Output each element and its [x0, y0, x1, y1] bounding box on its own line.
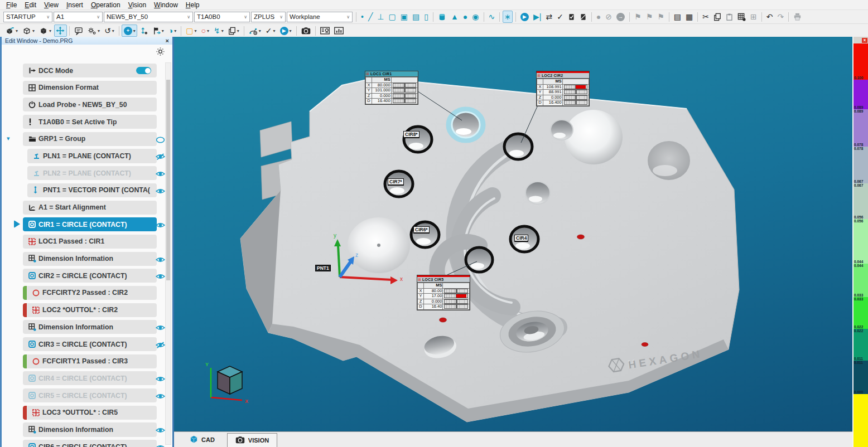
stop-disabled-icon[interactable]: ⊘ — [604, 11, 614, 23]
tree-item-a1[interactable]: A1 = Start Alignment — [23, 201, 157, 215]
menu-insert[interactable]: Insert — [62, 1, 87, 9]
line-feature-icon[interactable]: ╱ — [366, 11, 374, 23]
loop-icon[interactable]: ⇄ — [544, 11, 554, 23]
menu-window[interactable]: Window — [150, 1, 182, 9]
square-slot-feature-icon[interactable]: ▤ — [411, 11, 422, 23]
circle-feature-icon[interactable]: ▢ — [387, 11, 398, 23]
tab-cad[interactable]: CAD — [182, 433, 223, 447]
tree-item-cir5[interactable]: CIR5 = CIRCLE (CONTACT) — [23, 388, 157, 402]
tip-dropdown[interactable]: T1A0B0∨ — [194, 12, 250, 22]
tree-item-loc1[interactable]: LOC1 Passed : CIR1 — [23, 235, 157, 249]
close-icon[interactable]: x — [862, 38, 867, 43]
menu-view[interactable]: View — [40, 1, 62, 9]
probe-dropdown[interactable]: NEW5_BY_50∨ — [104, 12, 193, 22]
workplane-dropdown[interactable]: ZPLUS∨ — [251, 12, 286, 22]
tree-item-fcfcirty2[interactable]: FCFCIRTY2 Passed : CIR2 — [23, 286, 157, 300]
visibility-on-icon[interactable] — [156, 392, 165, 399]
point-feature-icon[interactable]: • — [359, 11, 366, 23]
tree-item-load-probe[interactable]: Load Probe - NEW5_BY_50 — [23, 98, 157, 111]
menu-edit[interactable]: Edit — [21, 1, 40, 9]
visibility-on-icon[interactable] — [156, 135, 165, 142]
gauge-icon[interactable]: ○▾ — [199, 25, 211, 37]
dcc-mode-toggle[interactable] — [136, 67, 151, 74]
tree-item-dim-info-1[interactable]: Dimension Information — [23, 252, 157, 266]
probe-vector-icon[interactable] — [138, 25, 150, 37]
pan-icon[interactable] — [54, 25, 67, 37]
path-optimize-icon[interactable]: ▾ — [247, 25, 263, 37]
probe-nav-icon[interactable]: +▾ — [122, 25, 137, 37]
bookmark-remove-icon[interactable]: ⚑ — [655, 11, 667, 23]
quick-feature-icon[interactable]: ↯▾ — [212, 25, 226, 37]
view-dropdown[interactable]: Workplane∨ — [287, 12, 353, 22]
visibility-on-icon[interactable] — [156, 443, 165, 447]
paste-icon[interactable] — [724, 11, 735, 23]
startup-dropdown[interactable]: STARTUP∨ — [3, 12, 52, 22]
tessellation-icon[interactable]: ◑▾ — [166, 25, 178, 37]
orientation-cube-gizmo[interactable]: X Y — [205, 362, 248, 404]
print-icon[interactable] — [792, 11, 804, 23]
tree-item-cir2[interactable]: CIR2 = CIRCLE (CONTACT) — [23, 269, 157, 283]
tree-item-loc2[interactable]: LOC2 *OUTTOL* : CIR2 — [23, 303, 157, 317]
tree-item-cir1[interactable]: CIR1 = CIRCLE (CONTACT) — [23, 217, 157, 231]
sphere-feature-icon[interactable]: ● — [461, 11, 469, 23]
visibility-on-icon[interactable] — [156, 375, 165, 381]
bookmark-icon[interactable]: ⚑ — [633, 11, 644, 23]
tree-item-pln1[interactable]: PLN1 = PLANE (CONTACT) — [27, 149, 157, 163]
bookmark-add-icon[interactable]: ⚑ — [644, 11, 655, 23]
curve-feature-icon[interactable]: ∿ — [486, 11, 497, 23]
tree-item-set-active-tip[interactable]: T1A0B0 = Set Active Tip — [23, 115, 157, 129]
view-orientation-icon[interactable]: ▾ — [4, 25, 20, 37]
menu-file[interactable]: File — [2, 1, 21, 9]
report-preview-icon[interactable] — [318, 25, 331, 37]
execute-icon[interactable]: ▶▾ — [278, 25, 293, 37]
menu-vision[interactable]: Vision — [124, 1, 150, 9]
verify-icon[interactable]: ✓▾ — [263, 25, 277, 37]
round-slot-feature-icon[interactable]: ▣ — [398, 11, 409, 23]
tree-item-cir3[interactable]: CIR3 = CIRCLE (CONTACT) — [23, 337, 157, 351]
tree-item-dcc-mode[interactable]: DCC Mode — [23, 64, 157, 77]
tree-item-fcfcirty1[interactable]: FCFCIRTY1 Passed : CIR3 — [23, 354, 157, 368]
copy-icon[interactable] — [711, 11, 723, 23]
visibility-off-icon[interactable] — [156, 341, 165, 347]
clear-marks-icon[interactable] — [577, 11, 589, 23]
continue-icon[interactable]: → — [615, 11, 627, 23]
visibility-on-icon[interactable] — [156, 255, 165, 262]
report-icon[interactable]: ▤ — [672, 11, 683, 23]
pages-icon[interactable]: ▾ — [226, 25, 241, 37]
alignment-dropdown[interactable]: A1∨ — [54, 12, 103, 22]
gear-icon[interactable] — [156, 47, 165, 58]
statistics-icon[interactable] — [332, 25, 345, 37]
tree-item-dimension-format[interactable]: Dimension Format — [23, 81, 157, 95]
tree-item-grp1[interactable]: GRP1 = Group — [23, 132, 157, 146]
cone-feature-icon[interactable]: ▲ — [449, 11, 460, 23]
cylinder-feature-icon[interactable] — [436, 11, 448, 23]
close-icon[interactable]: × — [166, 38, 169, 43]
tree-item-cir4[interactable]: CIR4 = CIRCLE (CONTACT) — [23, 371, 157, 385]
wireframe-view-icon[interactable]: ▾ — [21, 25, 37, 37]
snapshot-icon[interactable] — [299, 25, 312, 37]
visibility-on-icon[interactable] — [156, 323, 165, 330]
menu-help[interactable]: Help — [182, 1, 204, 9]
solid-view-icon[interactable]: ▾ — [37, 25, 54, 37]
marked-sets-icon[interactable] — [566, 11, 577, 23]
torus-feature-icon[interactable]: ◉ — [470, 11, 481, 23]
optimization-icon[interactable]: ▾ — [86, 25, 102, 37]
cut-icon[interactable]: ✂ — [701, 11, 711, 23]
auto-feature-icon[interactable]: ∗ — [503, 11, 513, 23]
report-template-icon[interactable]: ▦ — [683, 11, 695, 23]
stop-icon[interactable]: ● — [594, 11, 602, 23]
plane-feature-icon[interactable]: ⊥ — [375, 11, 386, 23]
pattern-settings-icon[interactable] — [735, 11, 748, 23]
visibility-off-icon[interactable] — [156, 152, 165, 159]
tree-item-dim-info-3[interactable]: Dimension Information — [23, 422, 157, 436]
menu-operation[interactable]: Operation — [87, 1, 124, 9]
probe-file-icon[interactable]: ▾ — [150, 25, 166, 37]
visibility-on-icon[interactable] — [156, 426, 165, 433]
visibility-on-icon[interactable] — [156, 169, 165, 176]
tree-item-pln2[interactable]: PLN2 = PLANE (CONTACT) — [27, 166, 157, 180]
pattern-icon[interactable]: ⊞ — [748, 11, 759, 23]
redo-icon[interactable]: ↷ — [775, 11, 786, 23]
tab-vision[interactable]: VISION — [227, 433, 277, 447]
visibility-on-icon[interactable] — [156, 221, 165, 227]
tree-expander-icon[interactable]: ▾ — [7, 135, 10, 142]
